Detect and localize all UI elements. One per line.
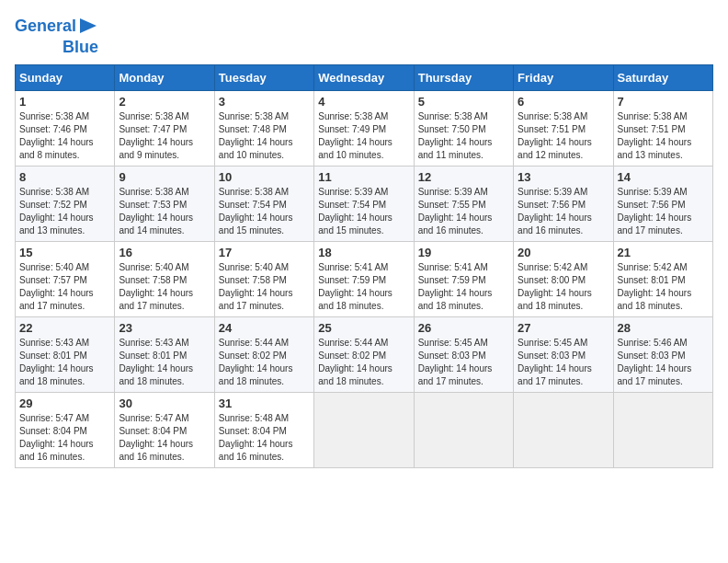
day-info: Sunrise: 5:42 AM Sunset: 8:01 PM Dayligh… (618, 261, 709, 313)
day-info: Sunrise: 5:38 AM Sunset: 7:52 PM Dayligh… (19, 186, 110, 237)
calendar-day-cell: 12 Sunrise: 5:39 AM Sunset: 7:55 PM Dayl… (414, 166, 513, 241)
day-info: Sunrise: 5:39 AM Sunset: 7:55 PM Dayligh… (418, 186, 509, 237)
calendar-day-cell (514, 392, 613, 467)
day-info: Sunrise: 5:38 AM Sunset: 7:54 PM Dayligh… (219, 186, 310, 237)
calendar-day-cell: 4 Sunrise: 5:38 AM Sunset: 7:49 PM Dayli… (314, 90, 414, 166)
day-number: 31 (219, 396, 310, 410)
day-info: Sunrise: 5:38 AM Sunset: 7:53 PM Dayligh… (119, 186, 210, 237)
day-number: 11 (318, 170, 409, 184)
day-info: Sunrise: 5:38 AM Sunset: 7:49 PM Dayligh… (318, 110, 409, 162)
day-info: Sunrise: 5:38 AM Sunset: 7:48 PM Dayligh… (219, 110, 310, 162)
calendar-day-cell: 29 Sunrise: 5:47 AM Sunset: 8:04 PM Dayl… (16, 392, 115, 467)
day-info: Sunrise: 5:39 AM Sunset: 7:56 PM Dayligh… (618, 186, 709, 237)
day-info: Sunrise: 5:41 AM Sunset: 7:59 PM Dayligh… (318, 261, 409, 313)
calendar-day-cell: 3 Sunrise: 5:38 AM Sunset: 7:48 PM Dayli… (214, 90, 313, 166)
day-info: Sunrise: 5:41 AM Sunset: 7:59 PM Dayligh… (418, 261, 509, 313)
day-number: 9 (119, 170, 210, 184)
day-number: 25 (318, 321, 409, 335)
calendar-day-cell: 19 Sunrise: 5:41 AM Sunset: 7:59 PM Dayl… (414, 241, 513, 316)
day-number: 23 (119, 321, 210, 335)
day-info: Sunrise: 5:39 AM Sunset: 7:54 PM Dayligh… (318, 186, 409, 237)
day-number: 14 (618, 170, 709, 184)
column-header-tuesday: Tuesday (214, 64, 313, 90)
calendar-day-cell (414, 392, 513, 467)
column-header-wednesday: Wednesday (314, 64, 414, 90)
page-header: General Blue (15, 15, 713, 57)
calendar-week-row: 15 Sunrise: 5:40 AM Sunset: 7:57 PM Dayl… (16, 241, 713, 316)
calendar-day-cell: 21 Sunrise: 5:42 AM Sunset: 8:01 PM Dayl… (613, 241, 712, 316)
day-number: 10 (219, 170, 310, 184)
calendar-day-cell: 28 Sunrise: 5:46 AM Sunset: 8:03 PM Dayl… (613, 316, 712, 392)
calendar-day-cell: 15 Sunrise: 5:40 AM Sunset: 7:57 PM Dayl… (16, 241, 115, 316)
day-info: Sunrise: 5:40 AM Sunset: 7:58 PM Dayligh… (119, 261, 210, 313)
calendar-header-row: SundayMondayTuesdayWednesdayThursdayFrid… (16, 64, 713, 90)
calendar-table: SundayMondayTuesdayWednesdayThursdayFrid… (15, 64, 713, 468)
day-info: Sunrise: 5:45 AM Sunset: 8:03 PM Dayligh… (418, 337, 509, 388)
calendar-week-row: 22 Sunrise: 5:43 AM Sunset: 8:01 PM Dayl… (16, 316, 713, 392)
day-info: Sunrise: 5:46 AM Sunset: 8:03 PM Dayligh… (618, 337, 709, 388)
svg-marker-0 (80, 18, 97, 33)
day-number: 6 (518, 95, 609, 109)
logo: General Blue (15, 15, 98, 57)
day-number: 21 (618, 246, 709, 259)
calendar-day-cell: 18 Sunrise: 5:41 AM Sunset: 7:59 PM Dayl… (314, 241, 414, 316)
day-number: 18 (318, 246, 409, 259)
day-number: 5 (418, 95, 509, 109)
day-info: Sunrise: 5:47 AM Sunset: 8:04 PM Dayligh… (119, 412, 210, 464)
calendar-day-cell: 7 Sunrise: 5:38 AM Sunset: 7:51 PM Dayli… (613, 90, 712, 166)
day-number: 24 (219, 321, 310, 335)
day-info: Sunrise: 5:40 AM Sunset: 7:57 PM Dayligh… (19, 261, 110, 313)
calendar-day-cell: 31 Sunrise: 5:48 AM Sunset: 8:04 PM Dayl… (214, 392, 313, 467)
calendar-day-cell: 2 Sunrise: 5:38 AM Sunset: 7:47 PM Dayli… (115, 90, 214, 166)
day-info: Sunrise: 5:43 AM Sunset: 8:01 PM Dayligh… (119, 337, 210, 388)
column-header-sunday: Sunday (16, 64, 115, 90)
day-number: 30 (119, 396, 210, 410)
calendar-day-cell: 20 Sunrise: 5:42 AM Sunset: 8:00 PM Dayl… (514, 241, 613, 316)
day-info: Sunrise: 5:38 AM Sunset: 7:47 PM Dayligh… (119, 110, 210, 162)
day-info: Sunrise: 5:47 AM Sunset: 8:04 PM Dayligh… (19, 412, 110, 464)
day-number: 3 (219, 95, 310, 109)
calendar-week-row: 8 Sunrise: 5:38 AM Sunset: 7:52 PM Dayli… (16, 166, 713, 241)
day-info: Sunrise: 5:38 AM Sunset: 7:51 PM Dayligh… (518, 110, 609, 162)
day-info: Sunrise: 5:45 AM Sunset: 8:03 PM Dayligh… (518, 337, 609, 388)
day-info: Sunrise: 5:48 AM Sunset: 8:04 PM Dayligh… (219, 412, 310, 464)
logo-arrow-icon (80, 17, 98, 35)
calendar-day-cell: 27 Sunrise: 5:45 AM Sunset: 8:03 PM Dayl… (514, 316, 613, 392)
day-number: 26 (418, 321, 509, 335)
calendar-day-cell: 22 Sunrise: 5:43 AM Sunset: 8:01 PM Dayl… (16, 316, 115, 392)
calendar-day-cell: 24 Sunrise: 5:44 AM Sunset: 8:02 PM Dayl… (214, 316, 313, 392)
calendar-day-cell: 5 Sunrise: 5:38 AM Sunset: 7:50 PM Dayli… (414, 90, 513, 166)
calendar-day-cell: 23 Sunrise: 5:43 AM Sunset: 8:01 PM Dayl… (115, 316, 214, 392)
day-number: 17 (219, 246, 310, 259)
day-number: 2 (119, 95, 210, 109)
day-number: 1 (19, 95, 110, 109)
calendar-day-cell (613, 392, 712, 467)
day-number: 20 (518, 246, 609, 259)
day-info: Sunrise: 5:38 AM Sunset: 7:51 PM Dayligh… (618, 110, 709, 162)
calendar-day-cell: 10 Sunrise: 5:38 AM Sunset: 7:54 PM Dayl… (214, 166, 313, 241)
column-header-saturday: Saturday (613, 64, 712, 90)
calendar-day-cell: 26 Sunrise: 5:45 AM Sunset: 8:03 PM Dayl… (414, 316, 513, 392)
day-info: Sunrise: 5:40 AM Sunset: 7:58 PM Dayligh… (219, 261, 310, 313)
logo-text: General (15, 17, 76, 36)
calendar-week-row: 29 Sunrise: 5:47 AM Sunset: 8:04 PM Dayl… (16, 392, 713, 467)
day-number: 22 (19, 321, 110, 335)
day-info: Sunrise: 5:43 AM Sunset: 8:01 PM Dayligh… (19, 337, 110, 388)
calendar-day-cell: 16 Sunrise: 5:40 AM Sunset: 7:58 PM Dayl… (115, 241, 214, 316)
day-number: 8 (19, 170, 110, 184)
day-number: 15 (19, 246, 110, 259)
calendar-day-cell: 6 Sunrise: 5:38 AM Sunset: 7:51 PM Dayli… (514, 90, 613, 166)
calendar-day-cell: 8 Sunrise: 5:38 AM Sunset: 7:52 PM Dayli… (16, 166, 115, 241)
calendar-day-cell (314, 392, 414, 467)
day-number: 16 (119, 246, 210, 259)
day-info: Sunrise: 5:42 AM Sunset: 8:00 PM Dayligh… (518, 261, 609, 313)
day-info: Sunrise: 5:38 AM Sunset: 7:46 PM Dayligh… (19, 110, 110, 162)
day-number: 4 (318, 95, 409, 109)
column-header-friday: Friday (514, 64, 613, 90)
column-header-thursday: Thursday (414, 64, 513, 90)
calendar-day-cell: 1 Sunrise: 5:38 AM Sunset: 7:46 PM Dayli… (16, 90, 115, 166)
day-info: Sunrise: 5:38 AM Sunset: 7:50 PM Dayligh… (418, 110, 509, 162)
calendar-week-row: 1 Sunrise: 5:38 AM Sunset: 7:46 PM Dayli… (16, 90, 713, 166)
calendar-day-cell: 14 Sunrise: 5:39 AM Sunset: 7:56 PM Dayl… (613, 166, 712, 241)
day-number: 19 (418, 246, 509, 259)
